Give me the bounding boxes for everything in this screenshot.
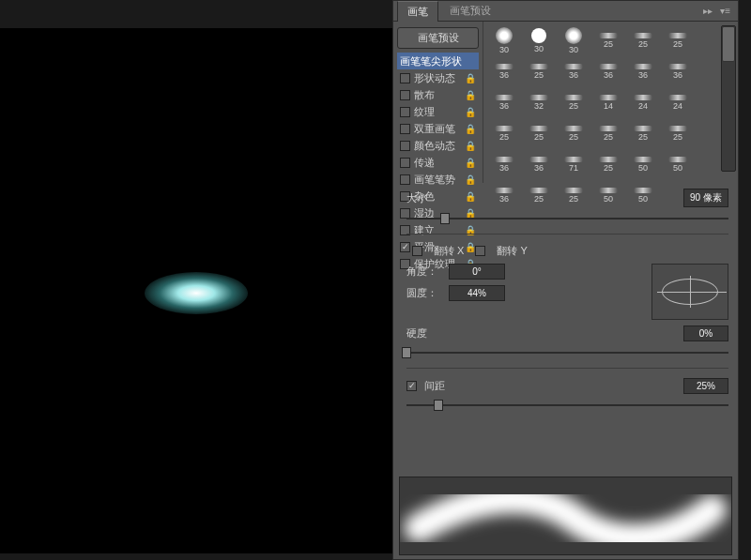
brush-thumb[interactable]: 25: [591, 149, 625, 179]
brush-thumb[interactable]: 36: [626, 56, 660, 86]
brush-thumb[interactable]: 25: [591, 25, 625, 55]
brush-thumb[interactable]: 30: [557, 25, 590, 55]
brush-thumb[interactable]: 25: [626, 25, 660, 55]
lock-icon[interactable]: 🔒: [465, 174, 476, 185]
panel-tabs: 画笔 画笔预设 ▸▸ ▾≡: [393, 1, 738, 22]
lock-icon[interactable]: 🔒: [465, 73, 476, 83]
brush-thumb[interactable]: 25: [661, 25, 695, 55]
brush-presets-button[interactable]: 画笔预设: [397, 27, 479, 49]
brush-thumb[interactable]: [661, 180, 695, 210]
tab-brush[interactable]: 画笔: [397, 1, 438, 22]
tab-brush-presets[interactable]: 画笔预设: [440, 1, 500, 21]
flip-x-label: 翻转 X: [434, 244, 464, 258]
brush-thumb[interactable]: 36: [487, 87, 521, 117]
hardness-slider[interactable]: [406, 347, 728, 358]
size-label: 大小: [406, 191, 427, 205]
option-label: 形状动态: [414, 71, 455, 85]
hardness-value[interactable]: 0%: [683, 325, 728, 341]
brush-thumb[interactable]: 30: [487, 25, 521, 55]
brush-thumb[interactable]: 25: [557, 180, 590, 210]
roundness-value[interactable]: 44%: [449, 285, 505, 301]
option-checkbox[interactable]: [400, 124, 410, 134]
option-checkbox[interactable]: [400, 242, 410, 252]
brush-thumb[interactable]: 24: [661, 87, 695, 117]
option-checkbox[interactable]: [400, 73, 410, 83]
canvas-area[interactable]: [0, 28, 392, 553]
spacing-value[interactable]: 25%: [683, 378, 728, 394]
roundness-label: 圆度：: [406, 286, 437, 300]
option-4[interactable]: 双重画笔🔒: [397, 120, 479, 137]
panel-menu-icon[interactable]: ▾≡: [720, 6, 730, 16]
flip-x-checkbox[interactable]: [412, 246, 422, 256]
option-checkbox[interactable]: [400, 107, 410, 117]
brush-thumb[interactable]: 71: [557, 149, 590, 179]
option-label: 纹理: [414, 105, 435, 119]
option-2[interactable]: 散布🔒: [397, 86, 479, 103]
option-3[interactable]: 纹理🔒: [397, 103, 479, 120]
brush-thumb[interactable]: 14: [591, 87, 625, 117]
lock-icon[interactable]: 🔒: [465, 158, 476, 168]
brush-options-list: 画笔预设 画笔笔尖形状形状动态🔒散布🔒纹理🔒双重画笔🔒颜色动态🔒传递🔒画笔笔势🔒…: [393, 22, 483, 183]
option-label: 建立: [414, 223, 435, 237]
brush-thumb[interactable]: 50: [661, 149, 695, 179]
brush-thumb[interactable]: 25: [626, 118, 660, 148]
option-0[interactable]: 画笔笔尖形状: [397, 53, 479, 69]
stroke-preview: [399, 477, 732, 555]
spacing-checkbox[interactable]: [406, 381, 417, 391]
brush-thumbnail-grid[interactable]: 3030302525253625363636363632251424242525…: [483, 22, 738, 214]
brush-thumb[interactable]: 36: [522, 149, 556, 179]
lock-icon[interactable]: 🔒: [465, 107, 476, 117]
brush-thumb[interactable]: 50: [591, 180, 625, 210]
brush-thumb[interactable]: 36: [591, 56, 625, 86]
option-1[interactable]: 形状动态🔒: [397, 69, 479, 86]
brush-stroke-sample: [145, 272, 248, 314]
brush-thumb[interactable]: 25: [522, 56, 556, 86]
brush-thumb[interactable]: 36: [487, 149, 521, 179]
option-5[interactable]: 颜色动态🔒: [397, 137, 479, 154]
option-label: 双重画笔: [414, 122, 455, 136]
brush-thumb[interactable]: 50: [626, 149, 660, 179]
brush-thumb[interactable]: 25: [557, 87, 590, 117]
option-checkbox[interactable]: [400, 141, 410, 151]
brush-thumb[interactable]: 36: [661, 56, 695, 86]
lock-icon[interactable]: 🔒: [465, 141, 476, 151]
brush-thumb[interactable]: 50: [626, 180, 660, 210]
size-slider[interactable]: [406, 213, 728, 224]
angle-roundness-widget[interactable]: [651, 264, 728, 320]
hardness-label: 硬度: [406, 326, 427, 341]
option-checkbox[interactable]: [400, 158, 410, 168]
brush-thumb[interactable]: 32: [522, 87, 556, 117]
option-label: 颜色动态: [414, 139, 455, 153]
brush-thumb[interactable]: 30: [522, 25, 556, 55]
brush-thumb[interactable]: 36: [487, 56, 521, 86]
brush-thumb[interactable]: 25: [487, 118, 521, 148]
brush-thumb[interactable]: 25: [661, 118, 695, 148]
brush-thumb[interactable]: 25: [591, 118, 625, 148]
flip-y-label: 翻转 Y: [497, 244, 527, 258]
lock-icon[interactable]: 🔒: [465, 124, 476, 134]
option-label: 画笔笔尖形状: [400, 54, 462, 68]
option-label: 散布: [414, 88, 435, 102]
lock-icon[interactable]: 🔒: [465, 90, 476, 100]
brush-thumb[interactable]: 25: [522, 118, 556, 148]
option-6[interactable]: 传递🔒: [397, 154, 479, 171]
brush-grid-scrollbar[interactable]: [721, 25, 736, 172]
brush-thumb[interactable]: 25: [557, 118, 590, 148]
angle-value[interactable]: 0°: [449, 264, 505, 280]
flip-y-checkbox[interactable]: [475, 246, 485, 256]
angle-label: 角度：: [406, 265, 437, 279]
brush-panel: 画笔 画笔预设 ▸▸ ▾≡ 画笔预设 画笔笔尖形状形状动态🔒散布🔒纹理🔒双重画笔…: [392, 0, 739, 560]
option-label: 画笔笔势: [414, 173, 455, 187]
spacing-label: 间距: [424, 379, 445, 393]
option-label: 传递: [414, 156, 435, 170]
spacing-slider[interactable]: [406, 400, 728, 411]
option-7[interactable]: 画笔笔势🔒: [397, 171, 479, 188]
brush-thumb[interactable]: 24: [626, 87, 660, 117]
option-checkbox[interactable]: [400, 174, 410, 185]
brush-thumb[interactable]: 36: [487, 180, 521, 210]
collapse-icon[interactable]: ▸▸: [703, 6, 713, 16]
brush-thumb[interactable]: 36: [557, 56, 590, 86]
brush-thumb[interactable]: 25: [522, 180, 556, 210]
option-checkbox[interactable]: [400, 90, 410, 100]
